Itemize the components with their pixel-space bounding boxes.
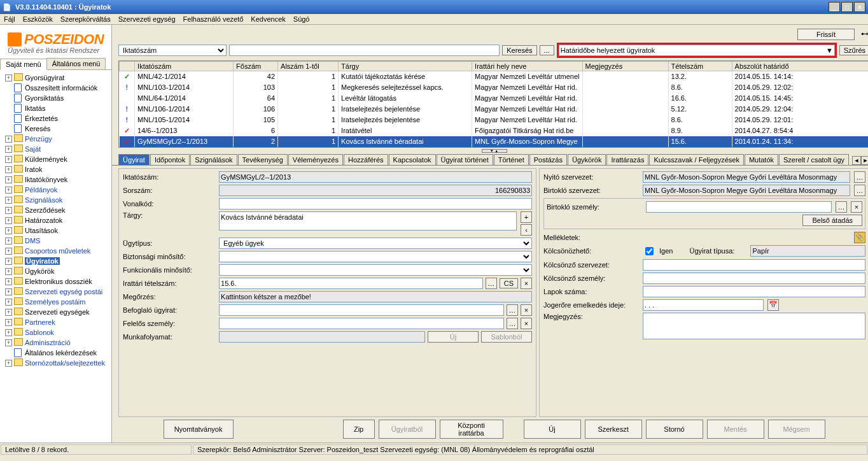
column-header[interactable]: Főszám [234, 62, 278, 71]
befoglalo-field[interactable] [219, 304, 504, 316]
ugytipus-select[interactable]: Egyéb ügyek [219, 238, 532, 249]
table-row[interactable]: !MNL/105-1/20141051Iratselejtezés bejele… [120, 115, 868, 125]
sidebar-item[interactable]: +Szervezeti egységek [1, 307, 110, 317]
sidebar-item[interactable]: +Iktatókönyvek [1, 174, 110, 185]
sidebar-item[interactable]: +Gyorsügyirat [1, 73, 110, 83]
sidebar-item[interactable]: Iktatás [1, 103, 110, 113]
sidebar-item[interactable]: +Határozatok [1, 215, 110, 225]
maximize-button[interactable]: □ [841, 2, 853, 12]
sidebar-item[interactable]: +DMS [1, 236, 110, 246]
detail-tab[interactable]: Postázás [529, 154, 567, 165]
sidebar-item[interactable]: Általános lekérdezések [1, 348, 110, 358]
zip-button[interactable]: Zip [343, 420, 375, 439]
search-button[interactable]: Keresés [502, 45, 536, 55]
tab-own-menu[interactable]: Saját menü [0, 59, 47, 70]
calendar-icon[interactable]: 📅 [767, 299, 779, 311]
sidebar-item[interactable]: +Partnerek [1, 317, 110, 327]
cs-button[interactable]: CS [500, 278, 518, 288]
table-row[interactable]: !MNL/103-1/20141031Megkeresés selejtezés… [120, 82, 868, 93]
sidebar-item[interactable]: +Adminisztráció [1, 337, 110, 348]
birtszem-browse[interactable]: … [836, 201, 847, 213]
filter-button[interactable]: Szűrés [839, 45, 868, 55]
sidebar-item[interactable]: +Személyes postáim [1, 297, 110, 307]
attachment-icon[interactable]: 📎 [854, 232, 865, 243]
table-row[interactable]: ✓GyMSMGyL/2--1/201321Kovács Istvánné bér… [120, 136, 868, 147]
column-header[interactable]: Abszolút határidő [732, 62, 868, 71]
detail-tab[interactable]: Kulcsszavak / Feljegyzések [649, 154, 744, 165]
column-header[interactable]: Iktatószám [135, 62, 234, 71]
sidebar-item[interactable]: +Példányok [1, 185, 110, 195]
befoglalo-clear[interactable]: × [521, 304, 532, 316]
table-row[interactable]: !MNL/106-1/20141061Iratselejtezés bejele… [120, 104, 868, 115]
menu-orgunit[interactable]: Szervezeti egység [118, 15, 176, 23]
detail-tab[interactable]: Szignálások [190, 154, 237, 165]
sidebar-item[interactable]: +Elektronikus dossziék [1, 276, 110, 287]
munkafolyamat-field[interactable] [219, 331, 425, 343]
nyito-field[interactable] [643, 171, 850, 183]
sidebar-item[interactable]: +Iratok [1, 164, 110, 174]
lapok-field[interactable] [643, 286, 865, 297]
minimize-button[interactable]: _ [829, 2, 840, 12]
felelos-field[interactable] [219, 318, 504, 329]
sorszam-field[interactable] [219, 185, 532, 196]
sidebar-item[interactable]: Összesített információk [1, 83, 110, 93]
ugyirattipus-field[interactable] [750, 245, 865, 257]
sidebar-item[interactable]: +Ügyiratok [1, 256, 110, 266]
detail-tab[interactable]: Mutatók [745, 154, 778, 165]
sidebar-item[interactable]: +Sablonok [1, 327, 110, 337]
sidebar-item[interactable]: +Szervezeti egység postái [1, 287, 110, 297]
jogero-field[interactable] [643, 299, 764, 311]
menu-rolechange[interactable]: Szerepkörváltás [60, 15, 111, 23]
felelos-clear[interactable]: × [521, 318, 532, 329]
refresh-button[interactable]: Frissít [797, 29, 855, 40]
irattari-browse[interactable]: … [486, 278, 497, 289]
table-row[interactable]: ✓14/6--1/201361IratátvételFőigazgatói Ti… [120, 125, 868, 136]
detail-tab[interactable]: Ügykörök [568, 154, 606, 165]
birtszem-clear[interactable]: × [851, 201, 862, 213]
storno-button[interactable]: Stornó [646, 420, 703, 439]
menu-favorites[interactable]: Kedvencek [251, 15, 285, 23]
detail-tab[interactable]: Ügyirat történet [437, 154, 493, 165]
targy-field[interactable]: Kovács Istvánné béradatai [219, 211, 517, 230]
szerkeszt-button[interactable]: Szerkeszt [585, 420, 642, 439]
menu-userlead[interactable]: Felhasználó vezető [183, 15, 244, 23]
column-header[interactable]: Irattári hely neve [472, 62, 582, 71]
detail-tab[interactable]: Kapcsolatok [389, 154, 436, 165]
column-header[interactable]: Alszám 1-től [278, 62, 339, 71]
kolcsszerv-field[interactable] [643, 259, 865, 271]
detail-tab[interactable]: Tevékenység [238, 154, 288, 165]
filter-select[interactable]: Határidőbe helyezett ügyiratok▼ [559, 45, 835, 56]
irattari-clear[interactable]: × [521, 278, 532, 289]
irattari-field[interactable] [219, 278, 483, 289]
back-button[interactable]: ‹ [521, 224, 532, 236]
megorzes-field[interactable] [219, 291, 532, 302]
biztonsagi-select[interactable] [219, 251, 532, 262]
kolcsszem-field[interactable] [643, 273, 865, 284]
menu-help[interactable]: Súgó [293, 15, 310, 23]
detail-tab[interactable]: Időpontok [150, 154, 190, 165]
nav-tree[interactable]: +GyorsügyiratÖsszesített információkGyor… [0, 70, 111, 443]
sidebar-item[interactable]: +Pénzügy [1, 134, 110, 144]
sidebar-item[interactable]: +Csoportos műveletek [1, 246, 110, 256]
kolcson-checkbox[interactable] [645, 247, 654, 255]
sidebar-item[interactable]: +Szerződések [1, 205, 110, 215]
sidebar-item[interactable]: Gyorsiktatás [1, 93, 110, 103]
tab-scroll-right[interactable]: ► [861, 156, 868, 165]
pin-icon[interactable]: ⊷ [860, 29, 868, 39]
menu-tools[interactable]: Eszközök [23, 15, 53, 23]
sidebar-item[interactable]: +Utasítások [1, 225, 110, 236]
table-row[interactable]: MNL/64-1/2014641Levéltár látogatásMagyar… [120, 93, 868, 104]
birtszerv-field[interactable] [643, 185, 850, 196]
column-header[interactable]: Tételszám [668, 62, 732, 71]
kozponti-button[interactable]: Központi irattárba [440, 420, 503, 439]
funkcionalis-select[interactable] [219, 264, 532, 276]
belso-atadas-button[interactable]: Belső átadás [802, 215, 862, 226]
sidebar-item[interactable]: +Küldemények [1, 154, 110, 164]
search-more-button[interactable]: ... [540, 45, 554, 55]
menu-file[interactable]: Fájl [4, 15, 15, 23]
detail-tab[interactable]: Véleményezés [288, 154, 343, 165]
birtszerv-browse[interactable]: … [854, 185, 865, 196]
close-button[interactable]: × [854, 2, 865, 12]
splitter[interactable]: ▼ ▲ [112, 148, 868, 154]
befoglalo-browse[interactable]: … [507, 304, 518, 316]
